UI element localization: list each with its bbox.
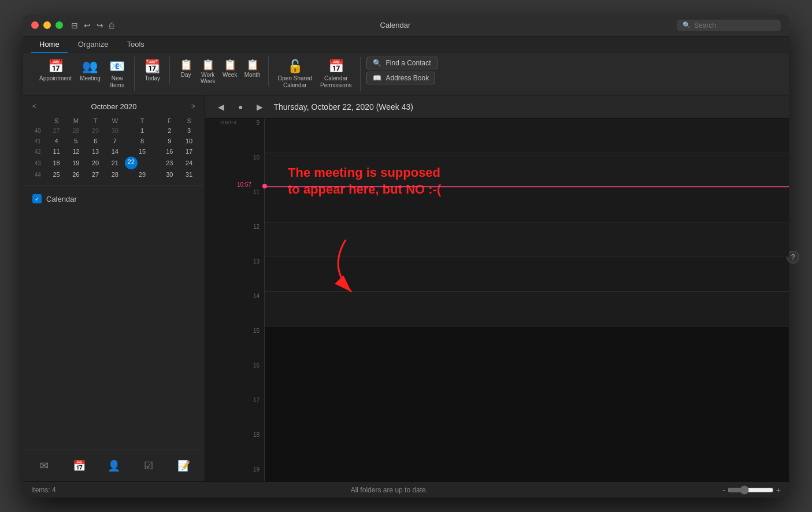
time-label: 18 (240, 431, 264, 465)
month-button[interactable]: 📋 Month (242, 57, 264, 80)
work-week-button[interactable]: 📋 WorkWeek (198, 57, 218, 86)
address-book-button[interactable]: 📖 Address Book (366, 72, 436, 84)
calendar-day[interactable]: 28 (105, 169, 125, 180)
print-icon[interactable]: ⎙ (109, 21, 114, 30)
calendar-day[interactable]: 1 (125, 125, 160, 136)
calendar-day[interactable]: 13 (86, 146, 105, 157)
close-button[interactable] (31, 21, 39, 29)
calendar-day[interactable]: 18 (47, 157, 66, 169)
meeting-button[interactable]: 👥 Meeting (76, 57, 104, 84)
calendar-day[interactable]: 30 (105, 125, 125, 136)
calendar-list-item[interactable]: ✓ Calendar (29, 192, 199, 206)
permissions-icon: 📅 (328, 59, 344, 74)
day-header-s1: S (47, 116, 66, 125)
calendar-day[interactable]: 22 (125, 157, 138, 169)
time-grid: 10:57 The meeting is supposed to appear … (264, 118, 789, 481)
nav-notes[interactable]: 📝 (168, 455, 200, 477)
calendar-checkbox[interactable]: ✓ (32, 194, 42, 203)
month-icon: 📋 (246, 58, 259, 71)
calendar-day[interactable]: 15 (125, 146, 160, 157)
calendar-day[interactable]: 23 (160, 157, 179, 169)
calendar-day[interactable]: 8 (125, 136, 160, 146)
search-input[interactable] (694, 21, 775, 29)
calendar-day[interactable]: 3 (179, 125, 199, 136)
calendar-day[interactable]: 24 (179, 157, 199, 169)
search-box[interactable]: 🔍 (677, 20, 781, 31)
today-button[interactable]: 📆 Today (140, 57, 165, 84)
meeting-icon: 👥 (82, 59, 98, 74)
time-labels: 910111213141516171819202122232425262728 (240, 118, 264, 481)
calendar-day[interactable]: 7 (105, 136, 125, 146)
day-button[interactable]: 📋 Day (176, 57, 196, 80)
nav-tasks[interactable]: ☑ (132, 455, 165, 477)
sidebar-nav: ✉ 📅 👤 ☑ 📝 (23, 450, 205, 481)
calendar-day[interactable]: 5 (66, 136, 86, 146)
calendar-day[interactable]: 12 (66, 146, 86, 157)
tab-home[interactable]: Home (31, 36, 68, 53)
calendar-view-header: ◀ ● ▶ Thursday, October 22, 2020 (Week 4… (205, 95, 789, 118)
address-book-icon: 📖 (373, 74, 381, 82)
time-grid-container[interactable]: GMT-3 9101112131415161718192021222324252… (205, 118, 789, 481)
week-button[interactable]: 📋 Week (220, 57, 240, 80)
next-month-button[interactable]: > (188, 101, 199, 112)
calendar-day[interactable]: 25 (47, 169, 66, 180)
calendar-day[interactable]: 2 (160, 125, 179, 136)
calendar-day[interactable]: 28 (66, 125, 86, 136)
calendar-day[interactable]: 10 (179, 136, 199, 146)
save-icon[interactable]: ⊟ (71, 21, 78, 30)
calendar-day[interactable]: 6 (86, 136, 105, 146)
app-window: ⊟ ↩ ↪ ⎙ Calendar 🔍 Home Organize Tools ?… (23, 14, 789, 498)
undo-icon[interactable]: ↩ (84, 21, 91, 30)
find-contact-button[interactable]: 🔍 Find a Contact (366, 57, 437, 69)
zoom-in-btn[interactable]: + (776, 485, 781, 495)
open-shared-button[interactable]: 🔓 Open SharedCalendar (275, 57, 316, 91)
week-number: 43 (29, 157, 47, 169)
nav-mail[interactable]: ✉ (28, 455, 60, 477)
permissions-label: CalendarPermissions (320, 75, 351, 89)
calendar-day[interactable]: 11 (47, 146, 66, 157)
calendar-permissions-button[interactable]: 📅 CalendarPermissions (317, 57, 355, 91)
time-label: 16 (240, 361, 264, 396)
calendar-day[interactable]: 27 (47, 125, 66, 136)
tab-tools[interactable]: Tools (118, 36, 152, 53)
calendar-day[interactable]: 9 (160, 136, 179, 146)
tab-organize[interactable]: Organize (70, 36, 117, 53)
cal-today-btn[interactable]: ● (235, 101, 246, 113)
time-slot[interactable] (265, 118, 789, 153)
gmt-label (205, 153, 240, 188)
cal-prev-btn[interactable]: ◀ (214, 101, 228, 113)
dark-overlay (265, 327, 789, 481)
calendar-day[interactable]: 29 (86, 125, 105, 136)
cal-next-btn[interactable]: ▶ (253, 101, 266, 113)
work-week-label: WorkWeek (201, 72, 215, 84)
calendar-day[interactable]: 14 (105, 146, 125, 157)
prev-month-button[interactable]: < (29, 101, 40, 112)
calendar-day[interactable]: 29 (125, 169, 160, 180)
calendar-day[interactable]: 21 (105, 157, 125, 169)
calendar-day[interactable]: 17 (179, 146, 199, 157)
calendar-day[interactable]: 31 (179, 169, 199, 180)
zoom-out-btn[interactable]: - (722, 485, 725, 495)
calendar-day[interactable]: 20 (86, 157, 105, 169)
minimize-button[interactable] (43, 21, 51, 29)
zoom-range[interactable] (728, 485, 774, 495)
work-week-icon: 📋 (202, 58, 214, 71)
calendar-day[interactable]: 30 (160, 169, 179, 180)
gmt-label (205, 327, 240, 361)
calendar-day[interactable]: 19 (66, 157, 86, 169)
maximize-button[interactable] (55, 21, 63, 29)
new-items-button[interactable]: 📧 NewItems (105, 57, 129, 91)
calendar-day[interactable]: 4 (47, 136, 66, 146)
week-number: 40 (29, 125, 47, 136)
time-label: 12 (240, 222, 264, 257)
calendar-day[interactable]: 26 (66, 169, 86, 180)
zoom-slider[interactable]: - + (722, 485, 781, 495)
calendar-day[interactable]: 16 (160, 146, 179, 157)
status-right: - + (722, 485, 781, 495)
redo-icon[interactable]: ↪ (97, 21, 103, 30)
calendar-day[interactable]: 27 (86, 169, 105, 180)
nav-calendar[interactable]: 📅 (62, 455, 95, 477)
appointment-button[interactable]: 📅 Appointment (36, 57, 75, 84)
week-icon: 📋 (224, 58, 236, 71)
nav-contacts[interactable]: 👤 (98, 455, 130, 477)
